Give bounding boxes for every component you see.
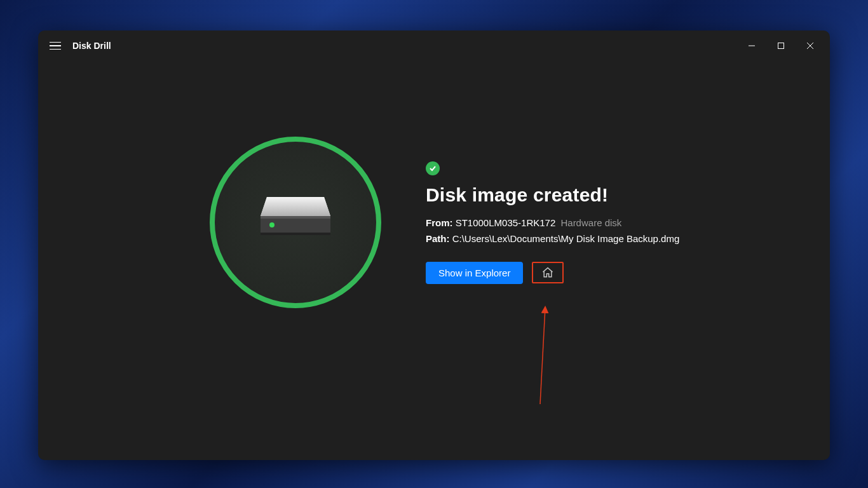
from-line: From: ST1000LM035-1RK172 Hardware disk	[426, 217, 679, 228]
from-value: ST1000LM035-1RK172	[456, 217, 556, 228]
home-icon	[541, 266, 554, 279]
from-type: Hardware disk	[560, 217, 621, 228]
app-title: Disk Drill	[72, 41, 111, 51]
show-in-explorer-button[interactable]: Show in Explorer	[426, 262, 523, 284]
window-controls	[737, 36, 825, 56]
svg-marker-5	[261, 197, 330, 216]
close-button[interactable]	[796, 36, 825, 56]
result-info: Disk image created! From: ST1000LM035-1R…	[426, 161, 679, 284]
svg-rect-7	[261, 216, 330, 219]
path-label: Path:	[426, 233, 450, 244]
menu-icon[interactable]	[50, 39, 62, 52]
action-row: Show in Explorer	[426, 262, 679, 284]
home-button[interactable]	[532, 262, 564, 283]
main-content: Disk image created! From: ST1000LM035-1R…	[38, 61, 830, 460]
path-value: C:\Users\Lex\Documents\My Disk Image Bac…	[452, 233, 680, 244]
hard-disk-icon	[254, 197, 337, 248]
minimize-button[interactable]	[737, 36, 766, 56]
svg-rect-1	[778, 43, 784, 49]
path-line: Path: C:\Users\Lex\Documents\My Disk Ima…	[426, 233, 679, 244]
maximize-button[interactable]	[766, 36, 796, 56]
from-label: From:	[426, 217, 453, 228]
svg-point-9	[269, 222, 275, 227]
result-heading: Disk image created!	[426, 184, 679, 206]
titlebar: Disk Drill	[38, 30, 830, 61]
success-check-icon	[426, 161, 440, 175]
disk-success-graphic	[210, 137, 381, 308]
svg-rect-8	[261, 233, 330, 235]
app-window: Disk Drill	[38, 30, 830, 460]
